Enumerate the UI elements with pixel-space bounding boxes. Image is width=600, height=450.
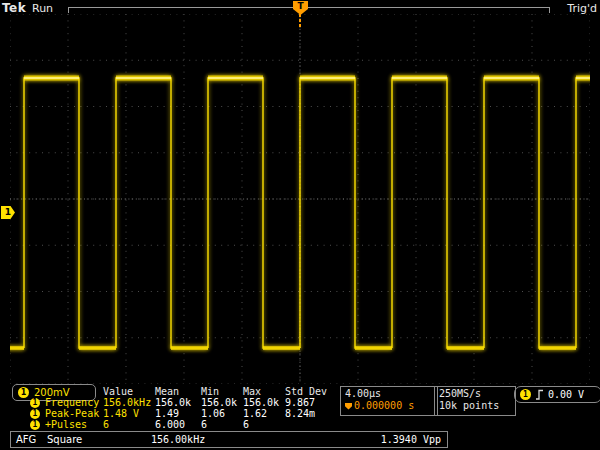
afg-waveform-type: Square bbox=[47, 432, 82, 447]
measurement-table: Value Mean Min Max Std Dev 1 Frequency 1… bbox=[30, 386, 331, 430]
meas-name: Frequency bbox=[45, 397, 103, 408]
trigger-readout: 1 0.00 V bbox=[514, 386, 600, 403]
meas-row-badge: 1 bbox=[30, 419, 45, 430]
col-header-stddev: Std Dev bbox=[285, 386, 331, 397]
meas-max: 1.62 bbox=[243, 408, 285, 419]
trigger-position-value: 0.000000 s bbox=[354, 400, 414, 412]
meas-value: 1.48 V bbox=[103, 408, 155, 419]
col-header-max: Max bbox=[243, 386, 285, 397]
trigger-position-mini-icon bbox=[345, 403, 352, 410]
meas-max: 6 bbox=[243, 419, 285, 430]
acquisition-readout: 250MS/s 10k points bbox=[434, 386, 516, 416]
trigger-source-badge: 1 bbox=[520, 389, 531, 400]
meas-name: +Pulses bbox=[45, 419, 103, 430]
meas-min: 6 bbox=[201, 419, 243, 430]
meas-value: 6 bbox=[103, 419, 155, 430]
col-header-min: Min bbox=[201, 386, 243, 397]
meas-row-badge: 1 bbox=[30, 397, 45, 408]
oscilloscope-screen: Tek Run Trig'd T 1 1 200mV Value Mean Mi… bbox=[0, 0, 600, 450]
col-header-mean: Mean bbox=[155, 386, 201, 397]
meas-value: 156.0kHz bbox=[103, 397, 155, 408]
afg-amplitude: 1.3940 Vpp bbox=[381, 432, 441, 447]
meas-min: 156.0k bbox=[201, 397, 243, 408]
rising-edge-slope-icon bbox=[535, 389, 544, 400]
meas-std: 9.867 bbox=[285, 397, 331, 408]
afg-frequency: 156.00kHz bbox=[151, 432, 205, 447]
meas-name: Peak-Peak bbox=[45, 408, 103, 419]
ch1-badge: 1 bbox=[18, 387, 29, 398]
meas-mean: 1.49 bbox=[155, 408, 201, 419]
timebase-readout: 4.00µs 0.000000 s bbox=[340, 386, 438, 416]
meas-max: 156.0k bbox=[243, 397, 285, 408]
meas-mean: 156.0k bbox=[155, 397, 201, 408]
ch1-waveform-trace bbox=[10, 78, 590, 348]
meas-std bbox=[285, 419, 331, 430]
record-length: 10k points bbox=[439, 400, 511, 412]
trigger-level-value: 0.00 V bbox=[548, 389, 584, 400]
acquisition-bracket bbox=[68, 7, 550, 13]
meas-std: 8.24m bbox=[285, 408, 331, 419]
afg-status-strip: AFG Square 156.00kHz 1.3940 Vpp bbox=[10, 431, 448, 448]
meas-mean: 6.000 bbox=[155, 419, 201, 430]
meas-row-badge: 1 bbox=[30, 408, 45, 419]
graticule bbox=[10, 14, 590, 384]
sample-rate: 250MS/s bbox=[439, 388, 511, 400]
meas-min: 1.06 bbox=[201, 408, 243, 419]
timebase-scale: 4.00µs bbox=[345, 388, 433, 400]
col-header-value: Value bbox=[103, 386, 155, 397]
afg-label: AFG bbox=[16, 432, 36, 447]
brand-logo: Tek bbox=[2, 1, 26, 15]
trigger-position-readout: 0.000000 s bbox=[345, 400, 433, 412]
